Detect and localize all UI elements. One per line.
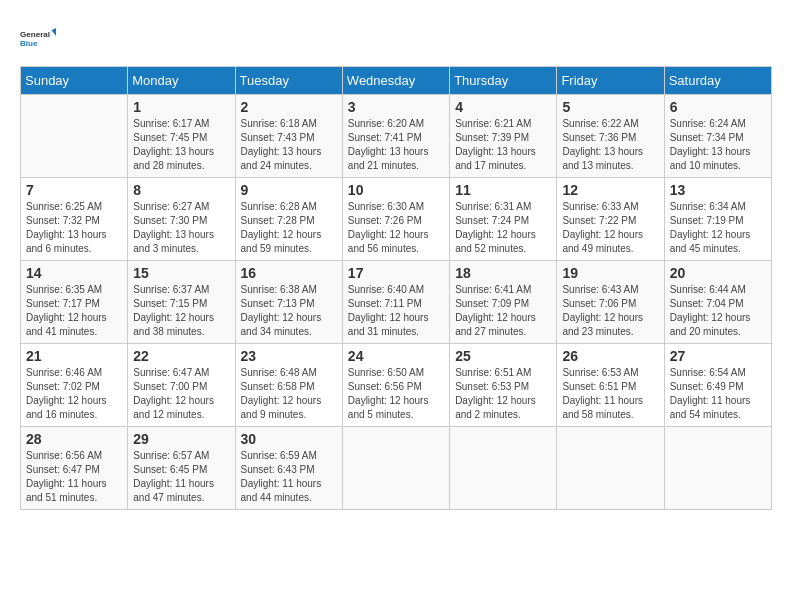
day-info: Sunrise: 6:17 AM Sunset: 7:45 PM Dayligh… xyxy=(133,117,229,173)
day-info: Sunrise: 6:51 AM Sunset: 6:53 PM Dayligh… xyxy=(455,366,551,422)
logo: GeneralBlue xyxy=(20,20,56,56)
calendar-cell: 16Sunrise: 6:38 AM Sunset: 7:13 PM Dayli… xyxy=(235,261,342,344)
day-info: Sunrise: 6:31 AM Sunset: 7:24 PM Dayligh… xyxy=(455,200,551,256)
calendar-cell: 29Sunrise: 6:57 AM Sunset: 6:45 PM Dayli… xyxy=(128,427,235,510)
day-info: Sunrise: 6:18 AM Sunset: 7:43 PM Dayligh… xyxy=(241,117,337,173)
calendar-cell: 5Sunrise: 6:22 AM Sunset: 7:36 PM Daylig… xyxy=(557,95,664,178)
day-info: Sunrise: 6:40 AM Sunset: 7:11 PM Dayligh… xyxy=(348,283,444,339)
day-info: Sunrise: 6:59 AM Sunset: 6:43 PM Dayligh… xyxy=(241,449,337,505)
day-number: 26 xyxy=(562,348,658,364)
calendar-cell: 13Sunrise: 6:34 AM Sunset: 7:19 PM Dayli… xyxy=(664,178,771,261)
day-number: 22 xyxy=(133,348,229,364)
day-info: Sunrise: 6:56 AM Sunset: 6:47 PM Dayligh… xyxy=(26,449,122,505)
day-info: Sunrise: 6:44 AM Sunset: 7:04 PM Dayligh… xyxy=(670,283,766,339)
week-row-3: 14Sunrise: 6:35 AM Sunset: 7:17 PM Dayli… xyxy=(21,261,772,344)
calendar-cell: 6Sunrise: 6:24 AM Sunset: 7:34 PM Daylig… xyxy=(664,95,771,178)
calendar-cell xyxy=(664,427,771,510)
calendar-cell: 3Sunrise: 6:20 AM Sunset: 7:41 PM Daylig… xyxy=(342,95,449,178)
calendar-cell: 8Sunrise: 6:27 AM Sunset: 7:30 PM Daylig… xyxy=(128,178,235,261)
day-number: 13 xyxy=(670,182,766,198)
day-number: 27 xyxy=(670,348,766,364)
week-row-5: 28Sunrise: 6:56 AM Sunset: 6:47 PM Dayli… xyxy=(21,427,772,510)
calendar-table: SundayMondayTuesdayWednesdayThursdayFrid… xyxy=(20,66,772,510)
day-number: 16 xyxy=(241,265,337,281)
day-info: Sunrise: 6:20 AM Sunset: 7:41 PM Dayligh… xyxy=(348,117,444,173)
calendar-cell: 1Sunrise: 6:17 AM Sunset: 7:45 PM Daylig… xyxy=(128,95,235,178)
day-number: 17 xyxy=(348,265,444,281)
day-number: 7 xyxy=(26,182,122,198)
calendar-cell: 12Sunrise: 6:33 AM Sunset: 7:22 PM Dayli… xyxy=(557,178,664,261)
day-info: Sunrise: 6:53 AM Sunset: 6:51 PM Dayligh… xyxy=(562,366,658,422)
day-info: Sunrise: 6:37 AM Sunset: 7:15 PM Dayligh… xyxy=(133,283,229,339)
logo-icon: GeneralBlue xyxy=(20,20,56,56)
day-number: 20 xyxy=(670,265,766,281)
calendar-cell: 23Sunrise: 6:48 AM Sunset: 6:58 PM Dayli… xyxy=(235,344,342,427)
day-info: Sunrise: 6:54 AM Sunset: 6:49 PM Dayligh… xyxy=(670,366,766,422)
day-info: Sunrise: 6:21 AM Sunset: 7:39 PM Dayligh… xyxy=(455,117,551,173)
week-row-2: 7Sunrise: 6:25 AM Sunset: 7:32 PM Daylig… xyxy=(21,178,772,261)
day-number: 29 xyxy=(133,431,229,447)
page-header: GeneralBlue xyxy=(20,20,772,56)
day-number: 3 xyxy=(348,99,444,115)
weekday-header-row: SundayMondayTuesdayWednesdayThursdayFrid… xyxy=(21,67,772,95)
calendar-cell xyxy=(450,427,557,510)
calendar-cell: 30Sunrise: 6:59 AM Sunset: 6:43 PM Dayli… xyxy=(235,427,342,510)
calendar-cell: 15Sunrise: 6:37 AM Sunset: 7:15 PM Dayli… xyxy=(128,261,235,344)
calendar-cell: 17Sunrise: 6:40 AM Sunset: 7:11 PM Dayli… xyxy=(342,261,449,344)
weekday-header-thursday: Thursday xyxy=(450,67,557,95)
day-info: Sunrise: 6:27 AM Sunset: 7:30 PM Dayligh… xyxy=(133,200,229,256)
calendar-cell xyxy=(21,95,128,178)
day-info: Sunrise: 6:46 AM Sunset: 7:02 PM Dayligh… xyxy=(26,366,122,422)
weekday-header-friday: Friday xyxy=(557,67,664,95)
svg-marker-2 xyxy=(52,28,57,36)
calendar-cell: 26Sunrise: 6:53 AM Sunset: 6:51 PM Dayli… xyxy=(557,344,664,427)
calendar-cell: 28Sunrise: 6:56 AM Sunset: 6:47 PM Dayli… xyxy=(21,427,128,510)
day-number: 6 xyxy=(670,99,766,115)
day-number: 11 xyxy=(455,182,551,198)
day-info: Sunrise: 6:25 AM Sunset: 7:32 PM Dayligh… xyxy=(26,200,122,256)
day-number: 12 xyxy=(562,182,658,198)
day-number: 14 xyxy=(26,265,122,281)
weekday-header-sunday: Sunday xyxy=(21,67,128,95)
day-info: Sunrise: 6:43 AM Sunset: 7:06 PM Dayligh… xyxy=(562,283,658,339)
day-number: 4 xyxy=(455,99,551,115)
calendar-cell: 27Sunrise: 6:54 AM Sunset: 6:49 PM Dayli… xyxy=(664,344,771,427)
calendar-cell: 25Sunrise: 6:51 AM Sunset: 6:53 PM Dayli… xyxy=(450,344,557,427)
svg-text:Blue: Blue xyxy=(20,39,38,48)
day-number: 18 xyxy=(455,265,551,281)
day-number: 9 xyxy=(241,182,337,198)
day-info: Sunrise: 6:57 AM Sunset: 6:45 PM Dayligh… xyxy=(133,449,229,505)
day-number: 19 xyxy=(562,265,658,281)
day-info: Sunrise: 6:47 AM Sunset: 7:00 PM Dayligh… xyxy=(133,366,229,422)
day-info: Sunrise: 6:41 AM Sunset: 7:09 PM Dayligh… xyxy=(455,283,551,339)
day-number: 5 xyxy=(562,99,658,115)
calendar-cell: 7Sunrise: 6:25 AM Sunset: 7:32 PM Daylig… xyxy=(21,178,128,261)
calendar-cell xyxy=(342,427,449,510)
calendar-cell: 9Sunrise: 6:28 AM Sunset: 7:28 PM Daylig… xyxy=(235,178,342,261)
day-number: 24 xyxy=(348,348,444,364)
calendar-cell: 14Sunrise: 6:35 AM Sunset: 7:17 PM Dayli… xyxy=(21,261,128,344)
calendar-cell: 11Sunrise: 6:31 AM Sunset: 7:24 PM Dayli… xyxy=(450,178,557,261)
day-info: Sunrise: 6:30 AM Sunset: 7:26 PM Dayligh… xyxy=(348,200,444,256)
calendar-cell: 21Sunrise: 6:46 AM Sunset: 7:02 PM Dayli… xyxy=(21,344,128,427)
day-number: 8 xyxy=(133,182,229,198)
day-info: Sunrise: 6:48 AM Sunset: 6:58 PM Dayligh… xyxy=(241,366,337,422)
weekday-header-saturday: Saturday xyxy=(664,67,771,95)
calendar-cell: 22Sunrise: 6:47 AM Sunset: 7:00 PM Dayli… xyxy=(128,344,235,427)
svg-text:General: General xyxy=(20,30,50,39)
day-number: 30 xyxy=(241,431,337,447)
day-number: 21 xyxy=(26,348,122,364)
weekday-header-wednesday: Wednesday xyxy=(342,67,449,95)
weekday-header-tuesday: Tuesday xyxy=(235,67,342,95)
week-row-1: 1Sunrise: 6:17 AM Sunset: 7:45 PM Daylig… xyxy=(21,95,772,178)
day-info: Sunrise: 6:35 AM Sunset: 7:17 PM Dayligh… xyxy=(26,283,122,339)
week-row-4: 21Sunrise: 6:46 AM Sunset: 7:02 PM Dayli… xyxy=(21,344,772,427)
calendar-cell: 4Sunrise: 6:21 AM Sunset: 7:39 PM Daylig… xyxy=(450,95,557,178)
day-info: Sunrise: 6:34 AM Sunset: 7:19 PM Dayligh… xyxy=(670,200,766,256)
day-number: 10 xyxy=(348,182,444,198)
day-number: 28 xyxy=(26,431,122,447)
calendar-cell: 20Sunrise: 6:44 AM Sunset: 7:04 PM Dayli… xyxy=(664,261,771,344)
day-number: 23 xyxy=(241,348,337,364)
calendar-cell: 10Sunrise: 6:30 AM Sunset: 7:26 PM Dayli… xyxy=(342,178,449,261)
day-info: Sunrise: 6:28 AM Sunset: 7:28 PM Dayligh… xyxy=(241,200,337,256)
